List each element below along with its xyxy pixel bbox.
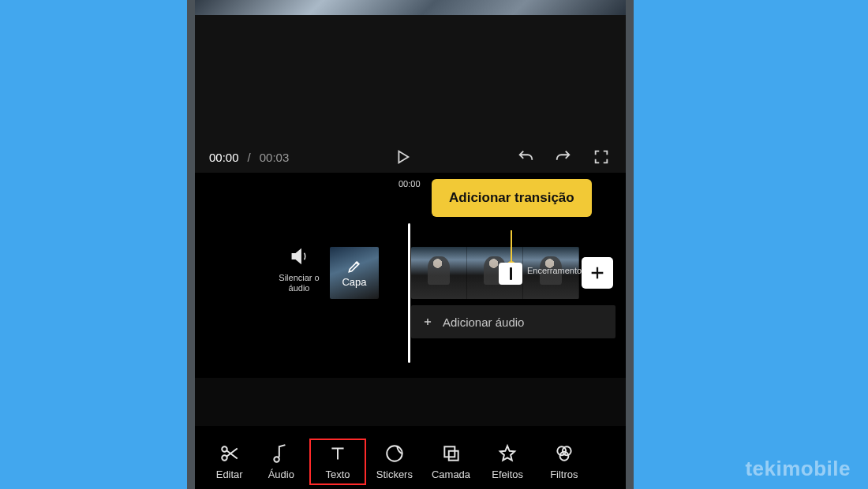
transition-tooltip: Adicionar transição — [432, 179, 592, 217]
speaker-icon — [289, 246, 309, 267]
duration: 00:03 — [260, 151, 290, 164]
playback-controls: 00:00 / 00:03 — [195, 141, 626, 173]
phone-frame: 00:00 / 00:03 00:00 Adicionar transição … — [187, 0, 634, 489]
svg-point-2 — [387, 446, 402, 461]
tool-next-partial[interactable]: F — [593, 456, 615, 468]
transition-button[interactable] — [499, 263, 522, 285]
star-icon — [497, 443, 518, 464]
tool-text[interactable]: Texto — [309, 439, 366, 485]
redo-icon — [555, 148, 572, 166]
tool-label: Stickers — [376, 468, 413, 480]
fullscreen-button[interactable] — [591, 147, 612, 167]
add-audio-button[interactable]: Adicionar áudio — [411, 305, 615, 338]
play-icon — [394, 148, 411, 166]
bottom-toolbar: Editar Áudio Texto Stickers Camada Efeit… — [195, 426, 626, 489]
tool-effects[interactable]: Efeitos — [479, 443, 536, 480]
plus-icon — [589, 264, 606, 282]
overlay-icon — [441, 443, 462, 464]
add-clip-button[interactable] — [582, 257, 613, 289]
clip-frame — [411, 247, 467, 299]
mute-audio-button[interactable]: Silenciar o áudio — [272, 246, 326, 293]
undo-icon — [517, 148, 534, 166]
current-time: 00:00 — [209, 151, 239, 164]
plus-small-icon — [422, 316, 433, 327]
text-icon — [327, 443, 348, 464]
tool-label: Camada — [432, 468, 470, 480]
cover-button[interactable]: Capa — [330, 247, 379, 299]
add-audio-label: Adicionar áudio — [443, 315, 524, 329]
tool-label: Filtros — [550, 468, 578, 480]
tool-layer[interactable]: Camada — [423, 443, 480, 480]
tool-filters[interactable]: Filtros — [536, 443, 593, 480]
video-preview — [195, 0, 626, 15]
undo-button[interactable] — [515, 147, 536, 167]
filters-icon — [554, 443, 574, 464]
timeline[interactable]: 00:00 Adicionar transição Silenciar o áu… — [195, 173, 626, 378]
svg-point-6 — [563, 446, 571, 455]
sticker-icon — [384, 443, 405, 464]
scissors-icon — [219, 443, 240, 464]
fullscreen-icon — [593, 148, 610, 166]
preview-letterbox — [195, 15, 626, 141]
end-label: Encerramento — [527, 266, 582, 275]
watermark: tekimobile — [745, 457, 851, 481]
tool-label: Editar — [216, 468, 243, 480]
svg-rect-3 — [444, 446, 455, 457]
cover-label: Capa — [342, 276, 366, 288]
tool-label: Áudio — [268, 468, 294, 480]
svg-point-7 — [559, 451, 568, 460]
tool-label: Texto — [326, 468, 350, 480]
tool-audio[interactable]: Áudio — [253, 443, 309, 480]
pencil-icon — [346, 259, 362, 274]
tool-label: Efeitos — [492, 468, 523, 480]
playhead[interactable] — [408, 223, 410, 363]
time-separator: / — [248, 151, 251, 164]
tool-edit[interactable]: Editar — [206, 443, 253, 480]
redo-button[interactable] — [553, 147, 574, 167]
play-button[interactable] — [392, 147, 413, 167]
mute-label: Silenciar o áudio — [272, 273, 326, 293]
svg-rect-4 — [448, 450, 458, 460]
music-note-icon — [271, 443, 291, 464]
tool-stickers[interactable]: Stickers — [366, 443, 423, 480]
timeline-time-marker: 00:00 — [398, 179, 421, 189]
